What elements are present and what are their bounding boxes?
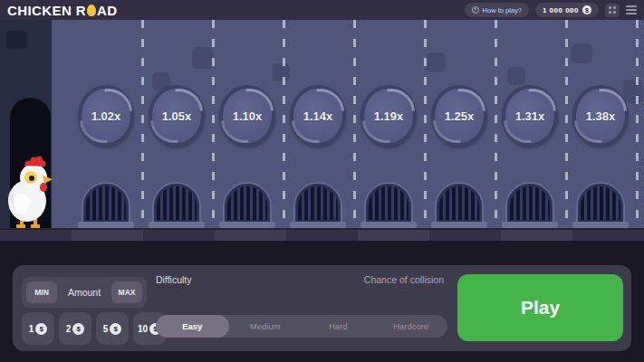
chip-buttons-row: 1$2$5$10$ <box>22 312 166 345</box>
sewer-grate-base <box>219 222 275 228</box>
logo-text-left: CHICKEN R <box>7 3 86 18</box>
sewer-grate-icon <box>225 184 270 223</box>
difficulty-tab-medium[interactable]: Medium <box>229 315 303 338</box>
sewer-grate-base <box>78 222 134 228</box>
dollar-coin-icon: $ <box>582 5 591 14</box>
game-road-area: 1.02x1.05x1.10x1.14x1.19x1.25x1.31x1.38x <box>0 20 644 228</box>
balance-amount: 1 000 000 <box>543 6 579 14</box>
sewer-grate-base <box>360 222 417 228</box>
sewer-grate-icon <box>366 184 411 223</box>
play-button[interactable]: Play <box>457 274 623 341</box>
chicken-character <box>6 154 53 228</box>
road-patch <box>571 43 592 63</box>
chip-button-1[interactable]: 1$ <box>22 312 54 345</box>
how-to-play-button[interactable]: ? How to play? <box>465 3 529 17</box>
min-bet-button[interactable]: MIN <box>26 281 57 303</box>
sewer-grate-icon <box>154 184 199 223</box>
sewer-grate-icon <box>578 184 623 223</box>
multiplier-label: 1.10x <box>233 110 263 123</box>
sewer-grate-base <box>149 222 205 228</box>
chip-button-2[interactable]: 2$ <box>59 312 91 345</box>
max-bet-button[interactable]: MAX <box>111 281 142 303</box>
difficulty-tab-hard[interactable]: Hard <box>302 315 375 338</box>
multiplier-disc-1: 1.02x <box>78 85 134 147</box>
multiplier-disc-8: 1.38x <box>572 85 629 147</box>
menu-icon[interactable] <box>626 5 637 16</box>
road-patch <box>192 47 214 69</box>
multiplier-disc-5: 1.19x <box>360 85 417 147</box>
lane-divider <box>636 20 639 228</box>
dollar-coin-icon: $ <box>35 323 47 335</box>
logo-text-right: AD <box>97 3 117 18</box>
road-patch <box>426 52 446 72</box>
road-patch <box>272 63 290 81</box>
multiplier-label: 1.38x <box>586 110 616 123</box>
lane-divider <box>495 20 497 228</box>
multiplier-disc-3: 1.10x <box>219 85 275 147</box>
sewer-grate-base <box>431 222 487 228</box>
how-to-play-label: How to play? <box>483 6 522 14</box>
chance-of-collision-label: Chance of collision <box>364 274 444 285</box>
multiplier-disc-4: 1.14x <box>290 85 346 147</box>
sidewalk <box>0 228 644 241</box>
grid-icon[interactable] <box>605 4 620 17</box>
control-panel: MIN MAX 1$2$5$10$ Difficulty Chance of c… <box>13 265 631 351</box>
lane-divider <box>353 20 356 228</box>
lane-divider <box>565 20 568 228</box>
multiplier-disc-6: 1.25x <box>431 85 487 147</box>
lane-divider <box>424 20 427 228</box>
multiplier-label: 1.25x <box>445 110 475 123</box>
bet-amount-input[interactable] <box>57 287 111 298</box>
chip-value: 5 <box>103 324 109 334</box>
multiplier-label: 1.31x <box>515 110 545 123</box>
road-patch <box>623 80 643 103</box>
dollar-coin-icon: $ <box>110 323 121 335</box>
multiplier-label: 1.05x <box>162 110 192 123</box>
dollar-coin-icon: $ <box>72 323 84 335</box>
sewer-grate-icon <box>437 184 482 223</box>
multiplier-label: 1.02x <box>91 110 121 123</box>
bet-amount-row: MIN MAX <box>22 277 147 308</box>
chip-value: 2 <box>66 324 72 334</box>
chip-value: 1 <box>29 324 34 334</box>
chip-value: 10 <box>138 324 148 334</box>
balance-display: 1 000 000 $ <box>535 3 599 17</box>
difficulty-tab-easy[interactable]: Easy <box>156 315 229 338</box>
difficulty-label: Difficulty <box>156 274 191 285</box>
question-circle-icon: ? <box>472 6 479 14</box>
egg-icon <box>87 5 96 16</box>
top-bar: CHICKEN RAD ? How to play? 1 000 000 $ <box>0 0 644 20</box>
sewer-grate-base <box>290 222 346 228</box>
lane-divider <box>283 20 285 228</box>
difficulty-tabs: EasyMediumHardHardcore <box>156 315 447 338</box>
sewer-grate-icon <box>295 184 341 223</box>
chip-button-5[interactable]: 5$ <box>96 312 129 345</box>
multiplier-label: 1.19x <box>374 110 404 123</box>
wall-patch <box>5 31 27 49</box>
multiplier-disc-7: 1.31x <box>502 85 558 147</box>
multiplier-label: 1.14x <box>303 110 333 123</box>
multiplier-disc-2: 1.05x <box>149 85 205 147</box>
sewer-grate-icon <box>83 184 129 223</box>
road-patch <box>507 67 525 85</box>
sewer-grate-icon <box>507 184 553 223</box>
lane-divider <box>141 20 144 228</box>
sewer-grate-base <box>572 222 629 228</box>
app-logo: CHICKEN RAD <box>7 3 117 18</box>
lane-divider <box>212 20 215 228</box>
sewer-grate-base <box>502 222 558 228</box>
difficulty-tab-hardcore[interactable]: Hardcore <box>375 315 448 338</box>
